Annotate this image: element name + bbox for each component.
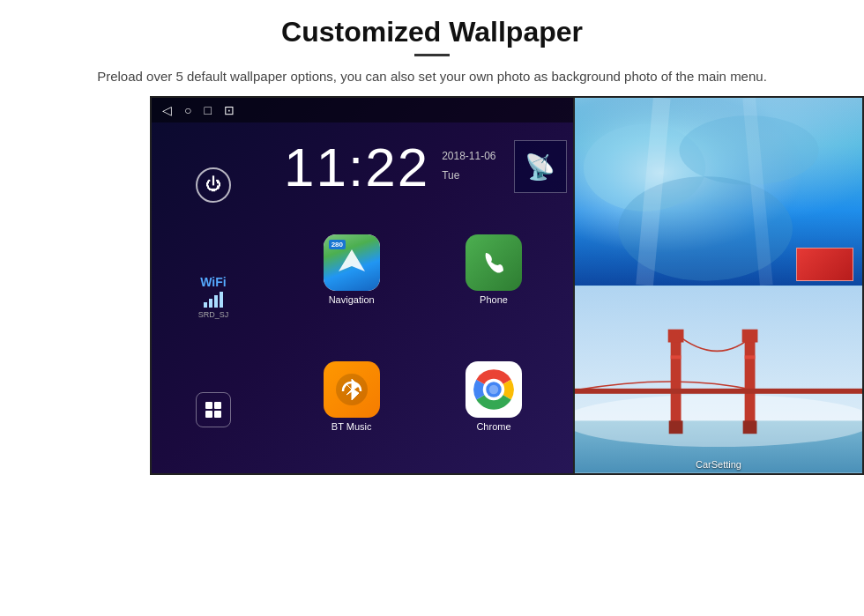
phone-svg [477, 246, 510, 279]
app-item-bt-music[interactable]: BT Music [284, 337, 419, 457]
home-icon[interactable]: ○ [184, 103, 191, 117]
svg-rect-22 [671, 355, 682, 359]
nav-map-icon [334, 245, 369, 280]
status-nav-buttons: ◁ ○ □ ⊡ [162, 103, 235, 117]
wifi-bar-2 [209, 299, 212, 308]
bt-music-icon [324, 361, 380, 418]
chrome-label: Chrome [476, 421, 510, 432]
phone-label: Phone [480, 294, 508, 305]
bt-music-label: BT Music [331, 421, 372, 432]
apps-button[interactable] [196, 392, 231, 427]
radio-icon: 📡 [525, 152, 555, 182]
radio-widget[interactable]: 📡 [514, 140, 567, 193]
recents-icon[interactable]: □ [204, 103, 211, 117]
left-sidebar: ⏻ WiFi SRD_SJ [152, 122, 275, 473]
wallpaper-bridge: CarSetting [575, 286, 862, 473]
page-header: Customized Wallpaper Preload over 5 defa… [0, 0, 864, 96]
power-button[interactable]: ⏻ [196, 167, 231, 203]
phone-icon [466, 234, 522, 291]
app-item-navigation[interactable]: 280 Navigation [284, 210, 419, 330]
wifi-bar-1 [204, 302, 207, 308]
app-item-phone[interactable]: Phone [426, 210, 561, 330]
wallpaper-panel: CarSetting [573, 96, 864, 475]
svg-rect-26 [743, 420, 757, 434]
wifi-label: WiFi [198, 275, 229, 289]
bridge-svg [575, 286, 862, 473]
title-divider [414, 54, 450, 56]
chrome-svg [469, 365, 518, 414]
svg-rect-25 [669, 420, 683, 434]
wifi-bar-3 [214, 295, 218, 308]
clock-day-text: Tue [442, 167, 495, 186]
svg-rect-24 [575, 388, 862, 393]
svg-point-5 [489, 385, 499, 395]
back-icon[interactable]: ◁ [162, 103, 172, 117]
clock-date-text: 2018-11-06 [442, 147, 495, 167]
svg-rect-21 [742, 329, 758, 342]
bt-svg [334, 372, 369, 407]
navigation-label: Navigation [329, 294, 375, 305]
svg-point-17 [575, 394, 862, 446]
navigation-icon: 280 [324, 234, 380, 291]
svg-rect-23 [745, 355, 756, 359]
wallpaper-ice [575, 98, 862, 286]
app-item-chrome[interactable]: Chrome [426, 337, 561, 457]
chrome-icon [466, 361, 522, 418]
clock-date: 2018-11-06 Tue [442, 147, 495, 185]
svg-rect-20 [668, 329, 684, 342]
page-title: Customized Wallpaper [53, 16, 811, 48]
grid-icon [205, 402, 221, 418]
svg-rect-19 [745, 338, 756, 425]
device-area: ◁ ○ □ ⊡ ♦ ▾ 11:22 ⏻ WiFi [75, 96, 789, 475]
clock-time: 11:22 [284, 136, 429, 198]
wifi-bars [198, 292, 229, 308]
wifi-bar-4 [220, 292, 223, 308]
wallpaper-thumb-small [796, 248, 853, 281]
screenshot-icon[interactable]: ⊡ [224, 103, 235, 117]
car-setting-label: CarSetting [696, 459, 741, 470]
wifi-widget: WiFi SRD_SJ [198, 275, 229, 319]
page-subtitle: Preload over 5 default wallpaper options… [53, 67, 811, 87]
wifi-ssid: SRD_SJ [198, 310, 229, 319]
